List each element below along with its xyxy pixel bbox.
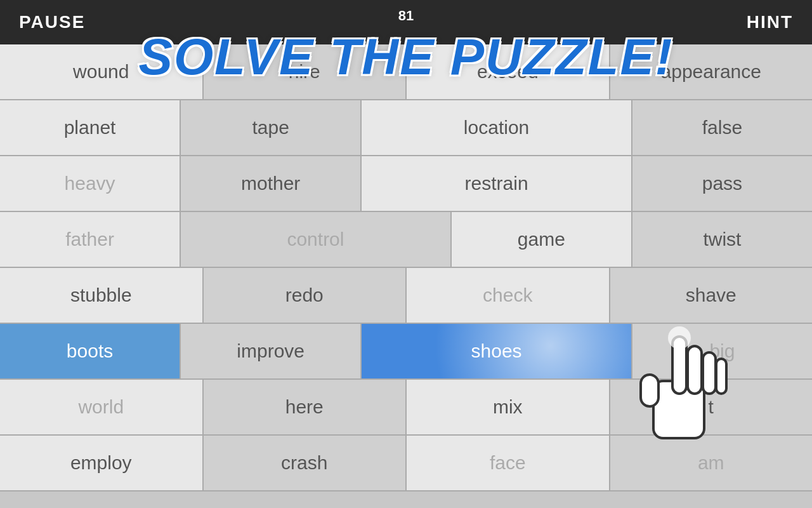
grid-row-3: fathercontrolgametwist — [0, 212, 812, 268]
cell-5-3[interactable]: big — [632, 324, 812, 378]
pause-button[interactable]: PAUSE — [19, 12, 85, 32]
cell-0-3[interactable]: appearance — [610, 44, 813, 99]
cell-6-1[interactable]: here — [204, 380, 407, 434]
grid-row-2: heavymotherrestrainpass — [0, 156, 812, 212]
cell-7-1[interactable]: crash — [204, 436, 407, 490]
cell-1-2[interactable]: location — [362, 100, 632, 155]
grid-row-1: planettapelocationfalse — [0, 100, 812, 156]
cell-4-1[interactable]: redo — [204, 268, 407, 323]
cell-3-2[interactable]: game — [452, 212, 632, 267]
cell-0-2[interactable]: exceed — [407, 44, 610, 99]
cell-0-0[interactable]: wound — [0, 44, 204, 99]
cell-6-0[interactable]: world — [0, 380, 204, 434]
grid-row-5: bootsimproveshoesbig — [0, 324, 812, 380]
score-display: 81 — [398, 8, 414, 24]
cell-4-2[interactable]: check — [407, 268, 610, 323]
grid-row-6: worldheremixt — [0, 380, 812, 436]
cell-0-1[interactable]: hire — [204, 44, 407, 99]
cell-2-2[interactable]: restrain — [362, 156, 632, 211]
cell-4-3[interactable]: shave — [610, 268, 813, 323]
cell-2-1[interactable]: mother — [181, 156, 362, 211]
cell-3-1[interactable]: control — [181, 212, 452, 267]
hint-button[interactable]: HINT — [747, 12, 793, 32]
cell-5-1[interactable]: improve — [181, 324, 362, 378]
cell-4-0[interactable]: stubble — [0, 268, 204, 323]
cell-7-2[interactable]: face — [407, 436, 610, 490]
cell-7-3[interactable]: am — [610, 436, 813, 490]
cell-3-3[interactable]: twist — [632, 212, 812, 267]
cell-6-3[interactable]: t — [610, 380, 813, 434]
cell-7-0[interactable]: employ — [0, 436, 204, 490]
cell-3-0[interactable]: father — [0, 212, 181, 267]
top-bar: PAUSE 81 HINT — [0, 0, 812, 44]
cell-2-0[interactable]: heavy — [0, 156, 181, 211]
cell-1-0[interactable]: planet — [0, 100, 181, 155]
cell-2-3[interactable]: pass — [632, 156, 812, 211]
word-grid: woundhireexceedappearanceplanettapelocat… — [0, 44, 812, 508]
cell-5-0[interactable]: boots — [0, 324, 181, 378]
cell-6-2[interactable]: mix — [407, 380, 610, 434]
grid-row-0: woundhireexceedappearance — [0, 44, 812, 100]
grid-row-4: stubbleredocheckshave — [0, 268, 812, 324]
cell-1-1[interactable]: tape — [181, 100, 362, 155]
cell-1-3[interactable]: false — [632, 100, 812, 155]
cell-5-2[interactable]: shoes — [362, 324, 632, 378]
grid-row-7: employcrashfaceam — [0, 436, 812, 491]
